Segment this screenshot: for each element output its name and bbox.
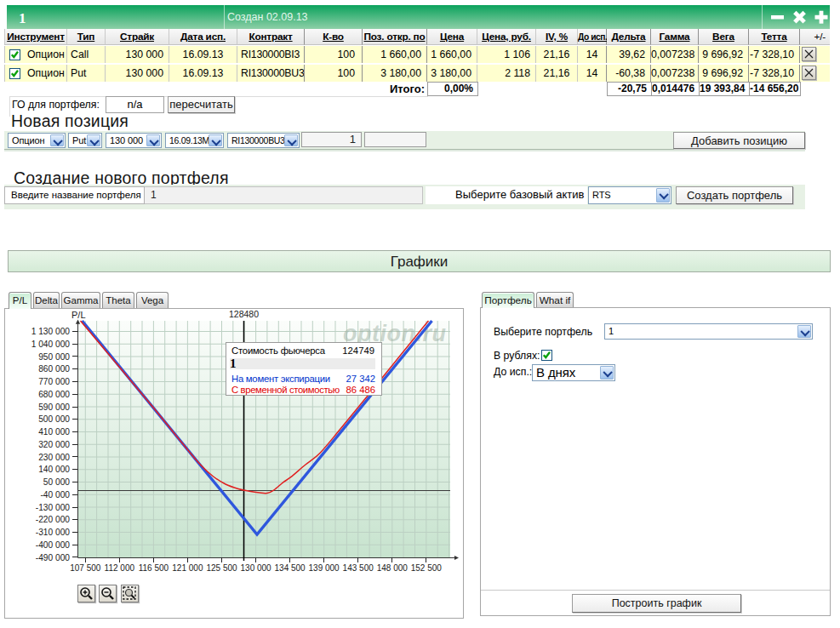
svg-text:770 000: 770 000 [38, 377, 70, 386]
svg-text:107 500: 107 500 [70, 563, 101, 573]
svg-text:-130 000: -130 000 [36, 503, 71, 512]
svg-text:590 000: 590 000 [38, 402, 70, 412]
svg-text:-400 000: -400 000 [36, 540, 71, 550]
svg-text:-310 000: -310 000 [36, 528, 71, 537]
svg-text:410 000: 410 000 [38, 427, 70, 437]
svg-text:112 000: 112 000 [105, 563, 135, 573]
svg-text:139 000: 139 000 [309, 563, 340, 573]
svg-text:860 000: 860 000 [38, 364, 70, 374]
svg-text:143 500: 143 500 [343, 563, 374, 573]
svg-text:50 000: 50 000 [43, 477, 70, 487]
svg-text:148 000: 148 000 [377, 563, 409, 573]
svg-text:130 000: 130 000 [241, 563, 272, 573]
svg-text:230 000: 230 000 [38, 453, 70, 462]
svg-text:320 000: 320 000 [38, 440, 70, 449]
svg-text:1 040 000: 1 040 000 [31, 340, 71, 349]
svg-text:950 000: 950 000 [38, 352, 70, 362]
svg-text:-40 000: -40 000 [40, 490, 70, 500]
svg-text:-220 000: -220 000 [36, 515, 71, 524]
svg-text:125 500: 125 500 [206, 563, 237, 573]
svg-text:1 130 000: 1 130 000 [31, 327, 71, 336]
svg-text:680 000: 680 000 [38, 390, 70, 399]
svg-text:-490 000: -490 000 [36, 553, 71, 562]
svg-text:121 000: 121 000 [172, 563, 203, 573]
svg-text:134 500: 134 500 [275, 563, 306, 573]
svg-text:116 500: 116 500 [139, 563, 169, 573]
svg-text:140 000: 140 000 [38, 465, 70, 474]
svg-text:152 500: 152 500 [411, 563, 443, 573]
svg-text:128480: 128480 [229, 309, 259, 319]
svg-text:500 000: 500 000 [38, 414, 70, 424]
svg-text:P/L: P/L [71, 310, 86, 320]
